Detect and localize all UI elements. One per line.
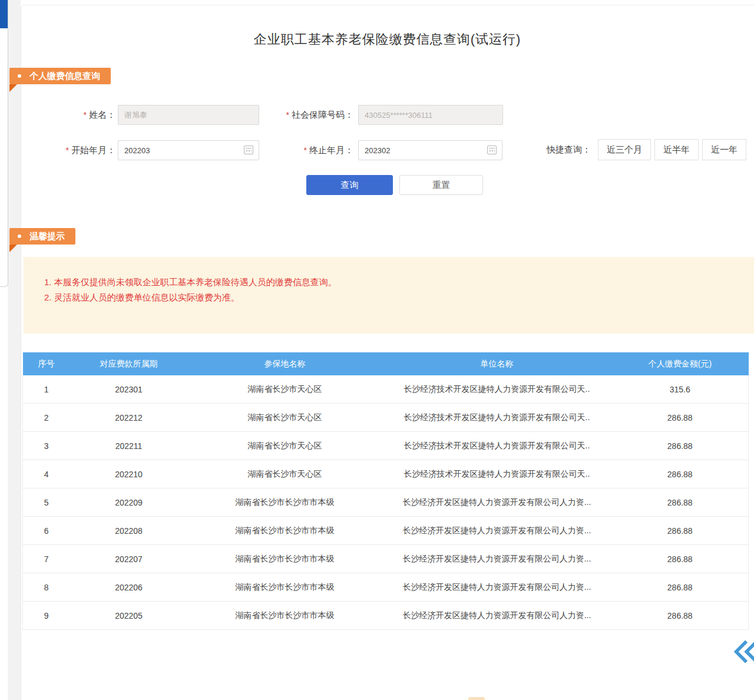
cell-insured-place: 湖南省长沙市长沙市市本级 — [188, 488, 382, 517]
cell-amount: 286.88 — [612, 460, 749, 488]
cell-period: 202301 — [70, 375, 188, 404]
table-row: 8 202206 湖南省长沙市长沙市市本级 长沙经济开发区捷特人力资源开发有限公… — [23, 573, 749, 602]
double-chevron-left-icon[interactable] — [729, 635, 754, 668]
cell-period: 202205 — [70, 602, 188, 630]
cell-insured-place: 湖南省长沙市天心区 — [188, 404, 382, 432]
header-seq: 序号 — [23, 352, 70, 375]
cell-insured-place: 湖南省长沙市长沙市市本级 — [188, 545, 382, 573]
table-row: 2 202212 湖南省长沙市天心区 长沙经济技术开发区捷特人力资源开发有限公司… — [23, 404, 749, 432]
page-canvas: 企业职工基本养老保险缴费信息查询(试运行) 个人缴费信息查询 *姓名： *社会保… — [0, 0, 754, 700]
section-badge-query-label: 个人缴费信息查询 — [29, 71, 100, 82]
required-asterisk: * — [66, 146, 69, 155]
cell-period: 202206 — [70, 573, 188, 602]
notice-box: 1. 本服务仅提供尚未领取企业职工基本养老保险待遇人员的缴费信息查询。 2. 灵… — [24, 257, 754, 334]
name-input[interactable] — [118, 105, 259, 125]
badge-fold-query — [9, 84, 17, 92]
section-badge-tips-label: 温馨提示 — [29, 231, 65, 242]
cell-employer: 长沙经济开发区捷特人力资源开发有限公司人力资... — [382, 517, 612, 545]
table-row: 3 202211 湖南省长沙市天心区 长沙经济技术开发区捷特人力资源开发有限公司… — [23, 432, 749, 460]
table-row: 4 202210 湖南省长沙市天心区 长沙经济技术开发区捷特人力资源开发有限公司… — [23, 460, 749, 488]
table-body: 1 202301 湖南省长沙市天心区 长沙经济技术开发区捷特人力资源开发有限公司… — [23, 375, 749, 630]
collapsed-sidebar-active-item — [0, 0, 8, 28]
cell-employer: 长沙经济技术开发区捷特人力资源开发有限公司天.. — [382, 375, 612, 404]
cell-amount: 286.88 — [612, 488, 749, 517]
quick-query-1year-button[interactable]: 近一年 — [702, 139, 746, 160]
header-period: 对应费款所属期 — [70, 352, 188, 375]
table-header-row: 序号 对应费款所属期 参保地名称 单位名称 个人缴费金额(元) — [23, 352, 749, 375]
cell-employer: 长沙经济技术开发区捷特人力资源开发有限公司天.. — [382, 404, 612, 432]
cell-employer: 长沙经济开发区捷特人力资源开发有限公司人力资... — [382, 602, 612, 630]
quick-query-label: 快捷查询： — [547, 144, 591, 156]
cell-seq: 5 — [23, 488, 70, 517]
quick-query-6months-button[interactable]: 近半年 — [654, 139, 699, 160]
badge-fold-tips — [9, 245, 17, 252]
ssn-input[interactable] — [358, 105, 503, 125]
name-label: *姓名： — [35, 110, 115, 121]
cell-employer: 长沙经济开发区捷特人力资源开发有限公司人力资... — [382, 573, 612, 602]
table-row: 7 202207 湖南省长沙市长沙市市本级 长沙经济开发区捷特人力资源开发有限公… — [23, 545, 749, 573]
cell-period: 202209 — [70, 488, 188, 517]
bullet-dot-icon — [18, 235, 21, 238]
start-month-input[interactable] — [118, 140, 259, 160]
cell-amount: 286.88 — [612, 545, 749, 573]
cell-seq: 4 — [23, 460, 70, 488]
calendar-icon[interactable] — [487, 146, 497, 154]
payment-results-table: 序号 对应费款所属期 参保地名称 单位名称 个人缴费金额(元) 1 202301… — [22, 352, 749, 630]
cell-amount: 286.88 — [612, 573, 749, 602]
notice-line-2: 2. 灵活就业人员的缴费单位信息以实际缴费为准。 — [44, 290, 754, 305]
left-gap-strip — [8, 0, 21, 700]
bullet-dot-icon — [18, 74, 21, 78]
end-month-field-group: *终止年月： — [247, 140, 502, 160]
table-row: 1 202301 湖南省长沙市天心区 长沙经济技术开发区捷特人力资源开发有限公司… — [23, 375, 749, 404]
quick-query-3months-button[interactable]: 近三个月 — [598, 139, 651, 160]
cell-insured-place: 湖南省长沙市长沙市市本级 — [188, 573, 382, 602]
cell-amount: 315.6 — [612, 375, 749, 404]
cell-employer: 长沙经济技术开发区捷特人力资源开发有限公司天.. — [382, 460, 612, 488]
header-insured-place: 参保地名称 — [188, 352, 382, 375]
cell-employer: 长沙经济开发区捷特人力资源开发有限公司人力资... — [382, 488, 612, 517]
required-asterisk: * — [84, 110, 87, 120]
cell-employer: 长沙经济技术开发区捷特人力资源开发有限公司天.. — [382, 432, 612, 460]
notice-line-1: 1. 本服务仅提供尚未领取企业职工基本养老保险待遇人员的缴费信息查询。 — [44, 275, 754, 290]
cell-period: 202212 — [70, 404, 188, 432]
cell-period: 202211 — [70, 432, 188, 460]
cell-insured-place: 湖南省长沙市天心区 — [188, 460, 382, 488]
table-row: 5 202209 湖南省长沙市长沙市市本级 长沙经济开发区捷特人力资源开发有限公… — [23, 488, 749, 517]
collapsed-sidebar — [0, 0, 8, 287]
section-badge-tips: 温馨提示 — [9, 228, 75, 245]
cell-seq: 3 — [23, 432, 70, 460]
quick-query-group: 快捷查询： 近三个月 近半年 近一年 — [547, 140, 746, 160]
start-month-field-group: *开始年月： — [35, 140, 259, 160]
cell-amount: 286.88 — [612, 404, 749, 432]
cell-insured-place: 湖南省长沙市天心区 — [188, 375, 382, 404]
cell-insured-place: 湖南省长沙市长沙市市本级 — [188, 602, 382, 630]
cell-seq: 7 — [23, 545, 70, 573]
partial-element-bottom — [468, 697, 485, 700]
header-employer: 单位名称 — [382, 352, 612, 375]
header-amount: 个人缴费金额(元) — [612, 352, 749, 375]
reset-button[interactable]: 重置 — [399, 175, 483, 195]
required-asterisk: * — [304, 146, 307, 155]
cell-insured-place: 湖南省长沙市天心区 — [188, 432, 382, 460]
cell-amount: 286.88 — [612, 517, 749, 545]
cell-employer: 长沙经济开发区捷特人力资源开发有限公司人力资... — [382, 545, 612, 573]
cell-seq: 8 — [23, 573, 70, 602]
end-month-input[interactable] — [358, 140, 502, 160]
name-field-group: *姓名： — [35, 105, 259, 125]
section-badge-query: 个人缴费信息查询 — [9, 68, 111, 84]
cell-seq: 6 — [23, 517, 70, 545]
ssn-field-group: *社会保障号码： — [247, 105, 503, 125]
cell-period: 202208 — [70, 517, 188, 545]
query-button[interactable]: 查询 — [306, 175, 393, 195]
cell-insured-place: 湖南省长沙市长沙市市本级 — [188, 517, 382, 545]
page-title: 企业职工基本养老保险缴费信息查询(试运行) — [21, 31, 754, 48]
cell-period: 202210 — [70, 460, 188, 488]
start-month-label: *开始年月： — [35, 145, 115, 156]
table-row: 6 202208 湖南省长沙市长沙市市本级 长沙经济开发区捷特人力资源开发有限公… — [23, 517, 749, 545]
cell-seq: 1 — [23, 375, 70, 404]
cell-period: 202207 — [70, 545, 188, 573]
cell-seq: 9 — [23, 602, 70, 630]
required-asterisk: * — [286, 110, 289, 120]
end-month-label: *终止年月： — [247, 145, 353, 156]
table-row: 9 202205 湖南省长沙市长沙市市本级 长沙经济开发区捷特人力资源开发有限公… — [23, 602, 749, 630]
